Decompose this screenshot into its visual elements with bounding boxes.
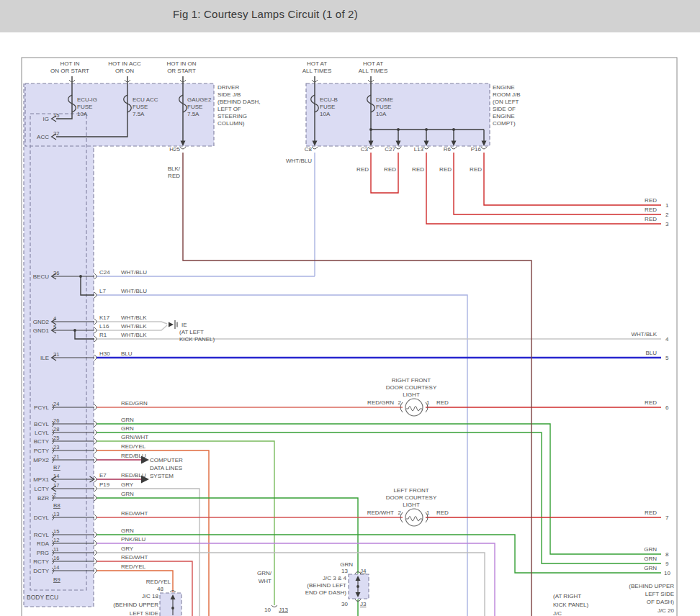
label-e7: E7 bbox=[99, 472, 107, 479]
label-door-courtesy: DOOR COURTESY bbox=[386, 494, 437, 501]
label-h30: H30 bbox=[99, 350, 110, 357]
pin-bcty: BCTY bbox=[34, 438, 50, 445]
connector-bracket bbox=[94, 336, 97, 342]
pin-rcyl-number: 15 bbox=[53, 528, 59, 535]
connector-bracket bbox=[94, 421, 97, 427]
label-30: 30 bbox=[341, 601, 348, 607]
label-driver: DRIVER bbox=[217, 84, 239, 91]
label-wht-blk: WHT/BLK bbox=[121, 323, 147, 330]
label-c27: C27 bbox=[385, 146, 395, 153]
arrow-ie-ground bbox=[169, 322, 174, 327]
label-red: RED bbox=[412, 166, 424, 173]
label-wht-blu: WHT/BLU bbox=[286, 158, 312, 164]
label-gauge2: GAUGE2 bbox=[187, 96, 212, 103]
label-hot-in-acc: HOT IN ACC bbox=[108, 60, 141, 67]
pin-dcty-number: 14 bbox=[53, 564, 59, 571]
label-grn: GRN/ bbox=[257, 570, 272, 576]
label-j-c: J/C bbox=[553, 610, 562, 616]
pin-rcty: RCTY bbox=[33, 558, 49, 565]
wire-p16-red bbox=[484, 153, 661, 205]
label-engine: ENGINE bbox=[493, 84, 515, 91]
label-light: LIGHT bbox=[403, 502, 420, 508]
label-wht-blk: WHT/BLK bbox=[121, 332, 147, 338]
connector-bracket bbox=[94, 532, 97, 538]
label-p19: P19 bbox=[99, 481, 110, 488]
connector-bracket bbox=[94, 404, 97, 410]
connector-cup bbox=[272, 605, 277, 607]
label-behind-upper: (BEHIND UPPER bbox=[113, 602, 158, 608]
connector-bracket bbox=[94, 558, 97, 564]
label-room-j-b: ROOM J/B bbox=[493, 91, 521, 98]
junction-dot bbox=[171, 607, 174, 610]
label-wht-blk: WHT/BLK bbox=[631, 331, 657, 338]
label-48: 48 bbox=[157, 586, 163, 592]
label-10a: 10A bbox=[77, 111, 88, 117]
label-computer: COMPUTER bbox=[150, 457, 183, 463]
connector-bracket bbox=[94, 430, 97, 435]
bulb-right-front-door-filament bbox=[406, 407, 422, 412]
label-pnk-blu: PNK/BLU bbox=[121, 536, 145, 543]
connector-bracket bbox=[94, 448, 97, 453]
label-l7: L7 bbox=[99, 288, 106, 294]
label-6: 6 bbox=[665, 404, 669, 411]
label-grn-wht: GRN/WHT bbox=[121, 434, 148, 440]
label-l13: L13 bbox=[414, 146, 424, 153]
wire-h25-blk-red bbox=[183, 153, 531, 616]
label-behind-dash: (BEHIND DASH, bbox=[217, 99, 261, 105]
pin-rda-number: 12 bbox=[53, 537, 59, 543]
label-steering: STEERING bbox=[217, 113, 247, 119]
pin-ig-number: 15 bbox=[53, 112, 59, 119]
label-left-of: LEFT OF bbox=[217, 106, 241, 112]
pin-acc: ACC bbox=[37, 134, 49, 140]
label-or-start: OR START bbox=[167, 68, 196, 74]
pin-pcyl: PCYL bbox=[34, 404, 49, 411]
label-j3: J3 bbox=[360, 601, 367, 607]
label-10: 10 bbox=[664, 570, 670, 576]
junction-dot bbox=[369, 128, 372, 131]
label-red: RED bbox=[645, 399, 657, 406]
label-grn: GRN bbox=[121, 417, 134, 423]
label-9: 9 bbox=[665, 561, 669, 567]
label-ie: IE bbox=[181, 322, 187, 328]
pin-bzr: BZR bbox=[37, 495, 49, 502]
pin-ig: IG bbox=[43, 116, 49, 122]
label-k17: K17 bbox=[99, 314, 110, 321]
connector-bracket bbox=[94, 273, 97, 279]
pin-bcyl-number: 26 bbox=[53, 417, 59, 424]
label-wht-blu: WHT/BLU bbox=[121, 288, 147, 294]
label-red-grn: RED/GRN bbox=[121, 400, 148, 407]
label-grn: GRN bbox=[121, 425, 134, 432]
label-red: RED bbox=[645, 207, 657, 213]
pin-pcty-number: 23 bbox=[53, 444, 59, 450]
label-7: 7 bbox=[665, 515, 669, 521]
label-1: 1 bbox=[665, 202, 669, 209]
page: Fig 1: Courtesy Lamps Circuit (1 of 2) I… bbox=[0, 0, 700, 616]
label-ecu-ig: ECU-IG bbox=[77, 96, 97, 103]
label-wht-blu: WHT/BLU bbox=[121, 269, 147, 276]
label-red-yel: RED/YEL bbox=[146, 579, 171, 585]
label-fuse: FUSE bbox=[376, 104, 391, 110]
pin-bcty-number: 25 bbox=[53, 435, 59, 441]
connector-cup bbox=[451, 147, 457, 149]
label-at-left: (AT LEFT bbox=[179, 329, 204, 335]
label-red: RED bbox=[436, 399, 449, 406]
label-h25: H25 bbox=[169, 146, 180, 153]
junction-dot bbox=[397, 128, 400, 131]
label-column: COLUMN) bbox=[217, 120, 245, 127]
label-b9: B9 bbox=[53, 576, 60, 583]
label-all-times: ALL TIMES bbox=[302, 68, 331, 74]
label-data-lines: DATA LINES bbox=[150, 465, 182, 471]
connector-cup bbox=[180, 147, 186, 149]
label-5: 5 bbox=[665, 355, 669, 361]
pin-gnd1: GND1 bbox=[33, 327, 50, 334]
label-grn: GRN bbox=[340, 561, 353, 568]
label-j-c-3-4: J/C 3 & 4 bbox=[323, 575, 346, 581]
label-kick-panel: KICK PANEL) bbox=[553, 602, 589, 608]
label-fuse: FUSE bbox=[320, 104, 335, 110]
connector-bracket bbox=[94, 319, 97, 325]
label-or-on: OR ON bbox=[115, 68, 134, 74]
label-red: RED bbox=[356, 166, 369, 173]
label-hot-in: HOT IN bbox=[60, 60, 80, 67]
label-j4: J4 bbox=[360, 568, 367, 574]
label-b8: B8 bbox=[53, 502, 60, 509]
